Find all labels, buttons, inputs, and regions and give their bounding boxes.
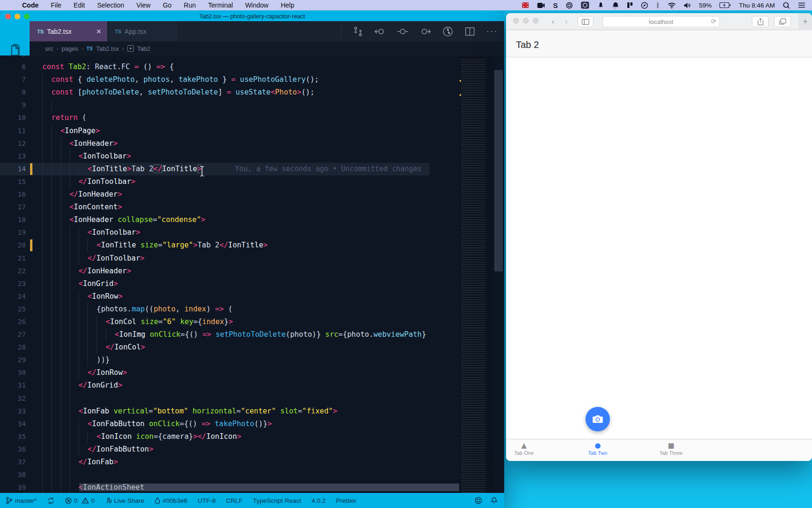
minimize-window-button[interactable] [523,18,529,24]
horizontal-scrollbar[interactable] [79,484,459,491]
code-editor[interactable]: 56const Tab2: React.FC = () => {7const {… [0,56,504,493]
bluetooth-icon[interactable]: ᛒ [656,1,660,9]
share-icon[interactable] [752,16,769,27]
video-camera-icon[interactable] [537,2,545,8]
menu-edit[interactable]: Edit [68,0,91,10]
code-line-15[interactable]: 15</IonToolbar> [0,175,429,188]
close-window-button[interactable] [5,14,11,19]
tab-tab-one[interactable]: ▲Tab One [506,441,545,456]
tab-tab2tsx[interactable]: TS Tab2.tsx ✕ [30,21,107,41]
tab-overview-icon[interactable] [774,16,791,27]
shush-icon[interactable]: S [553,1,558,9]
code-line-34[interactable]: 34<IonFabButton onClick={() => takePhoto… [0,418,429,430]
code-line-20[interactable]: 20<IonTitle size="large">Tab 2</IonTitle… [0,239,429,252]
code-line-35[interactable]: 35<IonIcon icon={camera}></IonIcon> [0,430,429,443]
volume-icon[interactable] [684,2,691,8]
menu-terminal[interactable]: Terminal [202,0,239,10]
git-branch-item[interactable]: master* [6,497,37,504]
code-line-36[interactable]: 36</IonFabButton> [0,443,429,456]
menu-file[interactable]: File [45,0,68,10]
spotlight-search-icon[interactable] [783,2,790,9]
tab-tab-three[interactable]: ■Tab Three [650,441,692,456]
code-line-33[interactable]: 33<IonFab vertical="bottom" horizontal="… [0,405,429,418]
sync-icon[interactable] [47,497,55,504]
window-manager-icon[interactable] [581,1,589,9]
code-line-22[interactable]: 22</IonHeader> [0,265,429,278]
forward-chevron-icon[interactable]: › [561,16,572,28]
code-line-10[interactable]: 10return ( [0,111,429,124]
menu-code[interactable]: Code [16,0,45,10]
encoding-item[interactable]: UTF-8 [198,497,216,504]
url-text[interactable]: localhost [649,18,673,25]
code-line-19[interactable]: 19<IonToolbar> [0,226,429,239]
run-timeline-icon[interactable] [442,26,453,37]
code-line-13[interactable]: 13<IonToolbar> [0,150,429,163]
screen-record-icon[interactable] [522,2,529,8]
menu-run[interactable]: Run [178,0,202,10]
minimap[interactable] [459,56,493,493]
code-line-30[interactable]: 30</IonRow> [0,366,429,379]
ionic-version-item[interactable]: 4.0.2 [312,497,326,504]
code-line-26[interactable]: 26<IonCol size="6" key={index}> [0,316,429,328]
code-line-8[interactable]: 8const [photoToDelete, setPhotoToDelete]… [0,86,429,99]
sidebar-icon[interactable] [578,16,593,27]
code-line-5[interactable]: 5 [0,56,429,61]
compass-icon[interactable] [641,2,648,9]
new-tab-button[interactable]: + [798,13,812,30]
menu-window[interactable]: Window [239,0,275,10]
code-line-29[interactable]: 29))} [0,354,429,366]
tab-tab-two[interactable]: ●Tab Two [577,441,619,456]
split-bars-icon[interactable] [627,2,633,8]
menu-view[interactable]: View [130,0,156,10]
live-share-item[interactable]: Live Share [105,497,145,504]
previous-change-icon[interactable] [375,27,386,36]
vertical-scrollbar[interactable] [494,70,503,271]
menu-clock[interactable]: Thu 8:46 AM [739,2,775,9]
code-line-31[interactable]: 31</IonGrid> [0,379,429,392]
reload-icon[interactable]: ⟳ [711,18,716,25]
zoom-window-button[interactable] [533,18,539,24]
code-line-18[interactable]: 18<IonHeader collapse="condense"> [0,214,429,226]
menu-selection[interactable]: Selection [91,0,131,10]
code-line-14[interactable]: 14<IonTitle>Tab 2</IonTitle>You, a few s… [0,163,429,175]
code-line-32[interactable]: 32 [0,392,429,405]
split-editor-icon[interactable] [465,26,475,37]
url-field[interactable]: localhost ⟳ [602,16,720,27]
breadcrumb-symbol[interactable]: Tab2 [137,45,150,52]
menu-go[interactable]: Go [156,0,178,10]
notifications-bell-icon[interactable] [491,497,498,504]
problems-item[interactable]: 0 0 [65,497,95,504]
code-line-16[interactable]: 16</IonHeader> [0,188,429,201]
close-tab-icon[interactable]: ✕ [96,28,102,35]
code-line-12[interactable]: 12<IonHeader> [0,137,429,150]
breadcrumb-src[interactable]: src [45,45,53,52]
record-circle-icon[interactable] [566,2,573,9]
peacock-color-item[interactable]: #00b3e6 [155,497,187,504]
minimize-window-button[interactable] [15,14,20,19]
menu-list-icon[interactable] [798,2,805,8]
language-mode-item[interactable]: TypeScript React [253,497,301,504]
code-line-28[interactable]: 28</IonCol> [0,341,429,354]
breadcrumb-file[interactable]: Tab2.tsx [96,45,119,52]
notification-bell-icon[interactable] [612,2,619,9]
code-line-11[interactable]: 11<IonPage> [0,125,429,137]
feedback-smiley-icon[interactable] [475,497,482,504]
rocket-icon[interactable] [597,2,604,9]
code-line-37[interactable]: 37</IonFab> [0,456,429,468]
code-line-23[interactable]: 23<IonGrid> [0,278,429,290]
close-window-button[interactable] [513,18,519,24]
formatter-item[interactable]: Prettier [336,497,357,504]
code-line-38[interactable]: 38 [0,468,429,481]
code-line-21[interactable]: 21</IonToolbar> [0,252,429,265]
code-line-9[interactable]: 9 [0,99,429,111]
back-chevron-icon[interactable]: ‹ [547,16,559,28]
tab-apptsx[interactable]: TS App.tsx [107,21,179,41]
code-line-6[interactable]: 6const Tab2: React.FC = () => { [0,61,429,73]
code-line-27[interactable]: 27<IonImg onClick={() => setPhotoToDelet… [0,328,429,341]
code-line-17[interactable]: 17<IonContent> [0,201,429,214]
menu-help[interactable]: Help [274,0,300,10]
eol-item[interactable]: CRLF [226,497,242,504]
code-line-7[interactable]: 7const { deletePhoto, photos, takePhoto … [0,73,429,86]
breadcrumb-pages[interactable]: pages [62,45,78,52]
more-actions-icon[interactable]: ··· [486,26,498,36]
